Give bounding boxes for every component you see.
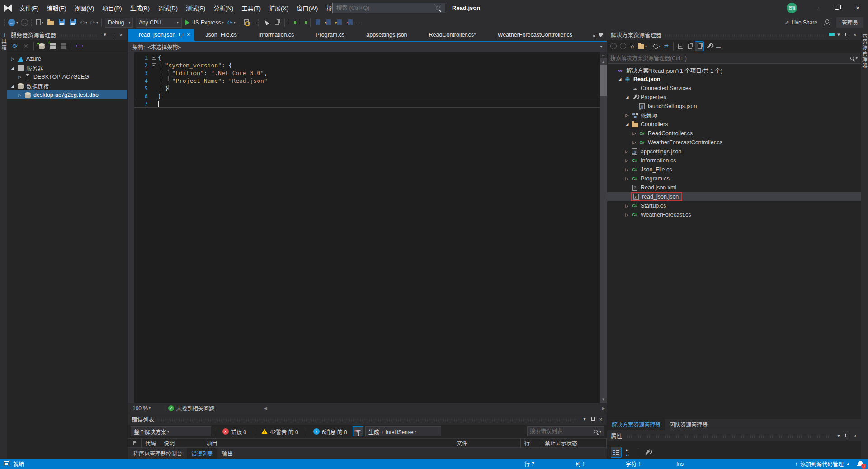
tree-item[interactable]: ▷C#Startup.cs [607,201,861,210]
attach-button[interactable] [58,41,68,51]
document-tab[interactable]: appsettings.json [355,29,418,41]
clear-bookmarks-button[interactable]: × [345,17,356,28]
cloud-explorer-vertical-tab[interactable]: 云资源管理器 [861,33,868,69]
save-all-button[interactable] [67,17,78,28]
refresh-button[interactable]: ⟳ [10,41,20,51]
column-header[interactable]: 禁止显示状态 [541,439,607,447]
tree-item[interactable]: Read.json.xml [607,183,861,192]
tree-item[interactable]: ▷C#Json_File.cs [607,165,861,174]
start-debugging-button[interactable]: IIS Express▾ [183,17,226,28]
tree-item[interactable]: ∞解决方案“Read.json”(1 个项目/共 1 个) [607,66,861,75]
format-indent-button[interactable] [287,17,297,28]
column-indicator[interactable]: 列 1 [575,460,626,468]
expander-expanded-icon[interactable]: ◢ [616,77,623,81]
document-tab[interactable]: ReadController.cs* [418,29,487,41]
chevron-down-icon[interactable]: ▾ [600,45,602,49]
close-panel-button[interactable]: × [597,415,605,423]
show-all-files-button[interactable] [685,41,694,51]
minimize-button[interactable] [806,0,826,16]
data-view-button[interactable]: ⊂⊃ [74,41,84,51]
sync-with-active-document-button[interactable] [695,41,704,51]
code-line[interactable]: 4 "Project_Name": "Read.json" [134,77,600,85]
toolbar-grip[interactable] [31,19,33,26]
tree-item[interactable]: ☁Connected Services [607,84,861,93]
toggle-bookmark-button[interactable] [312,17,323,28]
search-input[interactable] [333,5,436,11]
splitter-handle[interactable]: ═ [600,52,607,58]
tree-item[interactable]: ▷C#Information.cs [607,156,861,165]
restore-button[interactable] [826,0,847,16]
solution-search-box[interactable]: ▾ [608,53,860,64]
expander-collapsed-icon[interactable]: ▷ [631,131,638,136]
pin-tab-icon[interactable] [179,33,183,38]
collapse-region-icon[interactable]: − [152,56,156,60]
expander-collapsed-icon[interactable]: ▷ [623,176,631,181]
expander-expanded-icon[interactable]: ◢ [623,122,631,127]
feedback-person-icon[interactable] [824,19,830,26]
new-project-button[interactable]: ▾ [34,17,45,28]
active-files-dropdown-icon[interactable] [599,34,603,37]
tree-item[interactable]: ▷{}appsettings.json [607,147,861,156]
zoom-combo[interactable]: 100 %▾ [130,404,162,412]
expander-collapsed-icon[interactable]: ▷ [623,158,631,163]
format-outdent-button[interactable] [297,17,308,28]
back-button[interactable]: ← [609,41,618,51]
tree-item[interactable]: ▷Azure [7,54,127,63]
copy-button[interactable] [272,17,283,28]
expander-collapsed-icon[interactable]: ▷ [623,113,631,118]
live-share-button[interactable]: ↗Live Share [784,19,817,26]
collapse-all-button[interactable]: − [676,41,685,51]
panel-tab[interactable]: 输出 [217,448,237,459]
scroll-up-icon[interactable]: ▲ [602,58,605,65]
expander-collapsed-icon[interactable]: ▷ [623,213,631,217]
expander-collapsed-icon[interactable]: ▷ [623,167,631,172]
tree-item[interactable]: ▷C#WeatherForecast.cs [607,210,861,219]
expander-expanded-icon[interactable]: ◢ [623,95,631,99]
save-button[interactable] [56,17,67,28]
code-editor[interactable]: 1−{2− "system_version": {3 "Edition": ".… [128,52,607,403]
document-tab[interactable]: Json_File.cs [194,29,247,41]
pin-button[interactable] [589,415,597,423]
insert-mode-indicator[interactable]: Ins [676,461,727,467]
properties-button[interactable] [704,41,713,51]
categorized-view-button[interactable] [611,447,622,458]
menu-item[interactable]: 窗口(W) [292,0,322,16]
pin-button[interactable] [843,432,851,440]
column-header[interactable]: 行 [521,439,541,447]
user-avatar[interactable]: 管理 [787,3,797,13]
search-icon[interactable] [594,430,598,433]
close-button[interactable]: × [847,0,868,16]
disconnect-button[interactable]: ✕ [21,41,31,51]
platform-combo[interactable]: Any CPU▾ [136,18,182,28]
previous-bookmark-button[interactable]: ◂ [323,17,334,28]
error-list-search-box[interactable]: ▾ [527,426,604,436]
panel-tab[interactable]: 解决方案资源管理器 [607,419,665,430]
search-icon[interactable] [436,6,440,10]
tree-item[interactable]: ▷C#ReadController.cs [607,129,861,138]
document-tab[interactable]: Information.cs [248,29,305,41]
forward-button[interactable]: → [618,41,627,51]
menu-item[interactable]: 扩展(X) [265,0,292,16]
source-filter-combo[interactable]: 生成 + IntelliSense▾ [365,426,441,436]
tree-item[interactable]: ◢数据连接 [7,81,127,90]
code-line[interactable]: 6} [134,92,600,100]
menu-item[interactable]: 文件(F) [15,0,43,16]
menu-item[interactable]: 视图(V) [71,0,98,16]
close-tab-icon[interactable]: × [187,32,190,38]
scroll-right-icon[interactable]: ▶ [602,406,605,411]
expander-collapsed-icon[interactable]: ▷ [16,93,24,97]
errors-filter-button[interactable]: ×错误 0 [219,426,250,437]
char-indicator[interactable]: 字符 1 [626,460,676,468]
menu-item[interactable]: 编辑(E) [43,0,71,16]
menu-item[interactable]: 测试(S) [182,0,209,16]
menu-item[interactable]: 生成(B) [126,0,154,16]
code-line[interactable]: 2− "system_version": { [134,62,600,69]
panel-menu-button[interactable]: ▾ [580,415,589,423]
menu-item[interactable]: 项目(P) [98,0,126,16]
column-header[interactable]: 代码 [142,439,160,447]
tree-item[interactable]: ◢服务器 [7,63,127,72]
tree-item[interactable]: ▷C#Program.cs [607,174,861,183]
tree-item[interactable]: {}launchSettings.json [607,102,861,111]
code-line[interactable]: 7 [134,100,600,108]
pin-button[interactable] [843,31,851,39]
